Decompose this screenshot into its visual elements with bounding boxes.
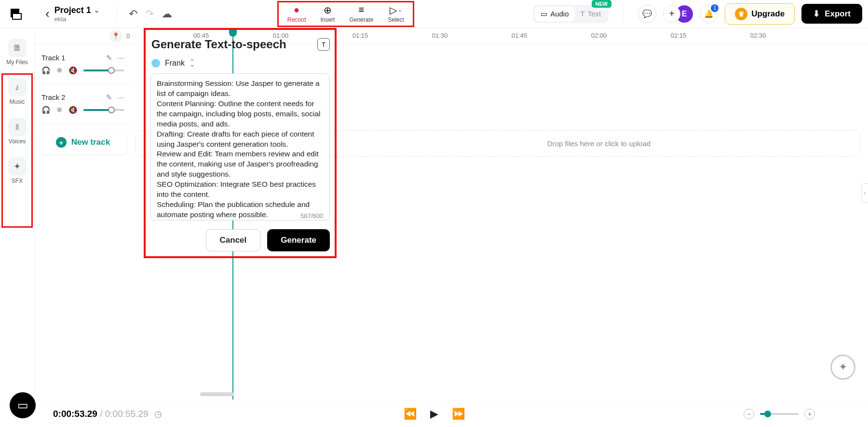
- horizontal-scrollbar[interactable]: [137, 392, 858, 397]
- record-tool[interactable]: ● Record: [287, 5, 306, 23]
- collab-avatars[interactable]: + E: [663, 5, 693, 23]
- volume-slider[interactable]: [83, 69, 124, 71]
- download-icon: ⬇: [813, 9, 820, 19]
- headphones-icon[interactable]: 🎧: [41, 106, 51, 114]
- cancel-button[interactable]: Cancel: [206, 229, 261, 251]
- insert-icon: ⊕: [324, 5, 332, 15]
- undo-button[interactable]: ↶: [125, 6, 141, 22]
- sidebar-item-sfx[interactable]: ✦ SFX: [0, 154, 34, 187]
- logo-icon: [9, 7, 23, 21]
- time-tick: 01:45: [512, 32, 528, 39]
- divider: [623, 6, 624, 22]
- tracks-ruler: 📍 0: [35, 28, 131, 44]
- wand-icon[interactable]: ✎: [106, 93, 112, 102]
- headphones-icon[interactable]: 🎧: [41, 66, 51, 75]
- text-frame-icon[interactable]: T: [317, 38, 330, 51]
- track-name: Track 2: [41, 93, 101, 101]
- text-icon: T: [581, 10, 585, 18]
- mute-icon[interactable]: 🔇: [68, 106, 78, 114]
- right-edge-tab[interactable]: ‹: [861, 183, 868, 203]
- cursor-icon: ▷⌄: [390, 5, 402, 15]
- file-icon: 🗎: [8, 39, 27, 57]
- time-tick: 01:30: [432, 32, 448, 39]
- new-track-button[interactable]: + New track: [40, 130, 126, 154]
- add-collab-button[interactable]: +: [663, 5, 680, 23]
- sidebar-label: SFX: [12, 178, 23, 184]
- voice-selector[interactable]: Frank ⌃⌄: [150, 59, 330, 68]
- svg-rect-1: [13, 14, 21, 19]
- timeline[interactable]: 00:45 01:00 01:15 01:30 01:45 02:00 02:1…: [131, 28, 868, 399]
- more-icon[interactable]: ⋯: [117, 54, 124, 62]
- sidebar-item-myfiles[interactable]: 🗎 My Files: [0, 36, 34, 69]
- generate-tool[interactable]: ≡ Generate: [349, 5, 373, 23]
- export-label: Export: [825, 9, 851, 19]
- audio-mode-button[interactable]: ▭ Audio: [535, 7, 574, 21]
- upgrade-label: Upgrade: [751, 9, 785, 19]
- zoom-out-button[interactable]: −: [744, 409, 754, 419]
- generate-button[interactable]: Generate: [267, 229, 330, 251]
- redo-button[interactable]: ↷: [141, 6, 158, 22]
- voices-icon: ⦀: [8, 118, 27, 136]
- upgrade-button[interactable]: ♛ Upgrade: [725, 3, 795, 25]
- ai-sparkle-button[interactable]: ✦: [830, 355, 855, 380]
- text-mode-button[interactable]: T Text: [575, 7, 607, 21]
- sidebar: 🗎 My Files ♪ Music ⦀ Voices ✦ SFX: [0, 28, 35, 399]
- dropzone-label: Drop files here or click to upload: [547, 139, 651, 148]
- stopwatch-icon[interactable]: ◷: [154, 409, 162, 419]
- scrollbar-thumb[interactable]: [200, 392, 234, 396]
- play-button[interactable]: ▶: [430, 408, 438, 420]
- divider: [117, 6, 117, 22]
- new-badge: NEW: [592, 0, 612, 8]
- text-mode-label: Text: [588, 10, 601, 18]
- sidebar-item-voices[interactable]: ⦀ Voices: [0, 115, 34, 148]
- cloud-button[interactable]: ☁: [158, 6, 176, 22]
- plus-icon: +: [669, 8, 675, 19]
- chat-button[interactable]: 💬: [638, 5, 656, 23]
- record-label: Record: [287, 16, 306, 23]
- zoom-slider[interactable]: [760, 413, 799, 415]
- pin-icon[interactable]: 📍: [109, 30, 122, 42]
- mode-switch: ▭ Audio T Text NEW: [533, 5, 609, 23]
- zoom-in-button[interactable]: +: [804, 409, 815, 419]
- main-area: 🗎 My Files ♪ Music ⦀ Voices ✦ SFX 📍 0 Tr…: [0, 28, 868, 399]
- forward-button[interactable]: ⏩: [452, 408, 465, 420]
- notifications-button[interactable]: 🔔 1: [700, 5, 718, 23]
- duration: 0:00:55.29: [105, 409, 149, 419]
- redo-icon: ↷: [145, 8, 154, 20]
- app-logo[interactable]: [6, 4, 26, 24]
- snowflake-icon[interactable]: ❄: [56, 66, 63, 75]
- time-tick: 02:15: [671, 32, 687, 39]
- select-label: Select: [388, 16, 404, 23]
- back-chevron-icon[interactable]: ‹: [45, 6, 50, 21]
- export-button[interactable]: ⬇ Export: [801, 4, 862, 24]
- chevron-down-icon: ⌄: [94, 7, 99, 14]
- waveform-icon: ▭: [541, 10, 547, 18]
- time-tick: 01:15: [353, 32, 368, 39]
- timecode: 0:00:53.29 / 0:00:55.29: [53, 409, 149, 419]
- mute-icon[interactable]: 🔇: [68, 66, 78, 75]
- volume-slider[interactable]: [83, 109, 124, 111]
- insert-tool[interactable]: ⊕ Insert: [320, 5, 335, 23]
- select-tool[interactable]: ▷⌄ Select: [388, 5, 404, 23]
- time-tick: 02:00: [591, 32, 607, 39]
- new-track-label: New track: [71, 138, 110, 147]
- wand-icon[interactable]: ✎: [106, 54, 112, 62]
- chat-bubble-icon: ▭: [17, 399, 28, 412]
- snowflake-icon[interactable]: ❄: [56, 106, 63, 114]
- rewind-button[interactable]: ⏪: [404, 408, 417, 420]
- sidebar-item-music[interactable]: ♪ Music: [0, 75, 34, 108]
- project-owner: ekta: [54, 15, 99, 23]
- more-icon[interactable]: ⋯: [117, 93, 124, 102]
- plus-icon: +: [56, 137, 67, 148]
- voice-dot-icon: [151, 59, 160, 68]
- workarea: 📍 0 Track 1 ✎ ⋯ 🎧 ❄ 🔇 Track 2: [35, 28, 868, 399]
- intercom-button[interactable]: ▭: [10, 392, 36, 418]
- tts-modal-highlight: Generate Text-to-speech T Frank ⌃⌄ 587/6…: [144, 28, 337, 258]
- track-name: Track 1: [41, 54, 101, 62]
- avatar-initial: E: [682, 10, 687, 18]
- undo-icon: ↶: [129, 8, 137, 20]
- zoom-controls: − +: [744, 409, 815, 419]
- tts-textarea[interactable]: [150, 73, 330, 220]
- project-title-block[interactable]: Project 1 ⌄ ekta: [54, 5, 99, 23]
- project-name: Project 1: [54, 5, 91, 15]
